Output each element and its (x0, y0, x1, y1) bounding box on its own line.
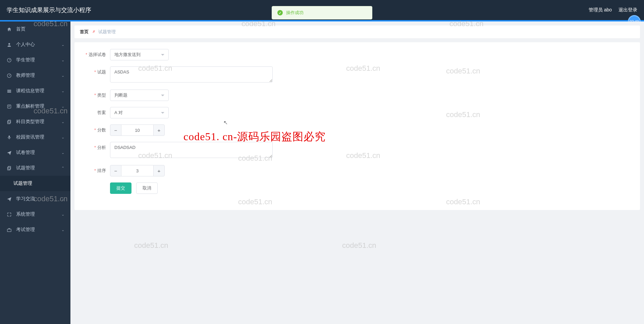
briefcase-icon (7, 227, 13, 232)
score-input[interactable] (121, 124, 153, 136)
app-header: 学生知识成果展示与交流小程序 ✓ 操作成功 管理员 abo 退出登录 02:49 (0, 0, 644, 20)
label-analysis: 分析 (80, 142, 110, 151)
chevron-up-icon: ⌃ (61, 166, 64, 170)
answer-select[interactable]: A 对 (110, 107, 169, 118)
score-decrease-button[interactable]: − (110, 124, 121, 136)
question-textarea[interactable] (110, 66, 273, 83)
plane-icon (7, 197, 13, 202)
order-input[interactable] (121, 165, 153, 176)
breadcrumb-current: 试题管理 (98, 29, 116, 35)
sidebar: 首页 个人中心 ⌄ 学生管理 ⌄ 教师管理 ⌄ 课程信息管理 ⌄ 重点解析管理 … (0, 21, 70, 324)
label-answer: 答案 (80, 107, 110, 116)
sidebar-item-system[interactable]: 系统管理 ⌄ (0, 207, 70, 222)
analysis-textarea[interactable] (110, 142, 273, 158)
sidebar-subitem-question[interactable]: 试题管理 (0, 176, 70, 191)
sidebar-item-label: 首页 (16, 26, 25, 32)
watermark-text: code51.cn (134, 241, 168, 250)
sidebar-item-profile[interactable]: 个人中心 ⌄ (0, 37, 70, 52)
chevron-down-icon: ⌄ (61, 89, 64, 93)
app-title: 学生知识成果展示与交流小程序 (7, 6, 91, 14)
chevron-down-icon: ⌄ (61, 151, 64, 155)
sidebar-item-label: 试题管理 (13, 180, 32, 186)
home-icon (7, 27, 13, 32)
label-type: 类型 (80, 90, 110, 98)
sidebar-item-exam[interactable]: 考试管理 ⌄ (0, 222, 70, 237)
chevron-down-icon: ⌄ (61, 197, 64, 201)
svg-rect-6 (9, 135, 10, 138)
sidebar-item-keypoint[interactable]: 重点解析管理 ⌄ (0, 99, 70, 114)
label-question: 试题 (80, 66, 110, 75)
sidebar-item-teacher[interactable]: 教师管理 ⌄ (0, 68, 70, 83)
score-stepper: − + (110, 124, 165, 136)
chevron-down-icon: ⌄ (61, 135, 64, 140)
chevron-down-icon: ⌄ (61, 73, 64, 78)
layers-icon (7, 89, 13, 94)
sidebar-item-label: 科目类型管理 (16, 119, 44, 125)
current-user[interactable]: 管理员 abo (589, 7, 612, 13)
sidebar-item-home[interactable]: 首页 (0, 21, 70, 37)
sidebar-item-subject[interactable]: 科目类型管理 ⌄ (0, 114, 70, 129)
sidebar-item-label: 学生管理 (16, 57, 35, 63)
sidebar-item-label: 课程信息管理 (16, 88, 44, 94)
chevron-down-icon: ⌄ (61, 43, 64, 47)
success-toast: ✓ 操作成功 (272, 6, 372, 19)
sidebar-item-label: 个人中心 (16, 42, 35, 48)
label-select-paper: 选择试卷 (80, 49, 110, 58)
svg-rect-7 (8, 166, 11, 169)
sidebar-item-study[interactable]: 学习交流 ⌄ (0, 191, 70, 207)
svg-rect-5 (8, 121, 10, 124)
gauge-icon (7, 73, 13, 78)
cancel-button[interactable]: 取消 (136, 182, 158, 194)
sidebar-item-news[interactable]: 校园资讯管理 ⌄ (0, 129, 70, 145)
copy-icon (7, 166, 13, 171)
breadcrumb-home[interactable]: 首页 (80, 29, 89, 35)
mic-icon (7, 135, 13, 140)
order-increase-button[interactable]: + (153, 165, 165, 176)
sidebar-item-label: 学习交流 (16, 196, 35, 202)
sidebar-item-label: 校园资讯管理 (16, 134, 44, 140)
svg-point-0 (8, 43, 10, 45)
label-score: 分数 (80, 124, 110, 133)
header-right: 管理员 abo 退出登录 (589, 7, 637, 13)
select-paper[interactable]: 地方撒发送到 (110, 49, 169, 60)
order-stepper: − + (110, 165, 165, 176)
breadcrumb: 首页 〃 试题管理 (74, 25, 640, 38)
sidebar-item-label: 教师管理 (16, 72, 35, 78)
note-icon (7, 104, 13, 109)
watermark-text: code51.cn (342, 241, 376, 250)
chevron-down-icon: ⌄ (61, 228, 64, 232)
sidebar-item-label: 系统管理 (16, 211, 35, 217)
user-icon (7, 42, 13, 47)
main-content: 首页 〃 试题管理 选择试卷 地方撒发送到 试题 类型 判断题 (70, 21, 644, 324)
sidebar-item-label: 试题管理 (16, 165, 35, 171)
gauge-icon (7, 58, 13, 63)
type-select[interactable]: 判断题 (110, 90, 169, 101)
copy-icon (7, 119, 13, 124)
chevron-down-icon: ⌄ (61, 58, 64, 62)
breadcrumb-sep-icon: 〃 (91, 29, 96, 35)
svg-rect-4 (8, 120, 11, 123)
chevron-down-icon: ⌄ (61, 104, 64, 109)
check-icon: ✓ (277, 10, 283, 15)
svg-rect-9 (7, 229, 11, 232)
sidebar-item-label: 试卷管理 (16, 150, 35, 156)
sidebar-item-label: 考试管理 (16, 227, 35, 233)
submit-button[interactable]: 提交 (110, 182, 131, 194)
score-increase-button[interactable]: + (153, 124, 165, 136)
toast-text: 操作成功 (286, 10, 304, 16)
sidebar-item-label: 重点解析管理 (16, 103, 44, 109)
sidebar-item-course[interactable]: 课程信息管理 ⌄ (0, 83, 70, 99)
logout-link[interactable]: 退出登录 (619, 7, 637, 13)
svg-rect-8 (8, 167, 10, 170)
expand-icon (7, 212, 13, 217)
chevron-down-icon: ⌄ (61, 212, 64, 217)
sidebar-item-exam-paper[interactable]: 试卷管理 ⌄ (0, 145, 70, 160)
chevron-down-icon: ⌄ (61, 120, 64, 124)
sidebar-item-student[interactable]: 学生管理 ⌄ (0, 52, 70, 68)
order-decrease-button[interactable]: − (110, 165, 121, 176)
sidebar-item-question[interactable]: 试题管理 ⌃ (0, 160, 70, 176)
form-card: 选择试卷 地方撒发送到 试题 类型 判断题 答案 A (74, 42, 640, 210)
paper-plane-icon (7, 150, 13, 155)
label-order: 排序 (80, 165, 110, 174)
